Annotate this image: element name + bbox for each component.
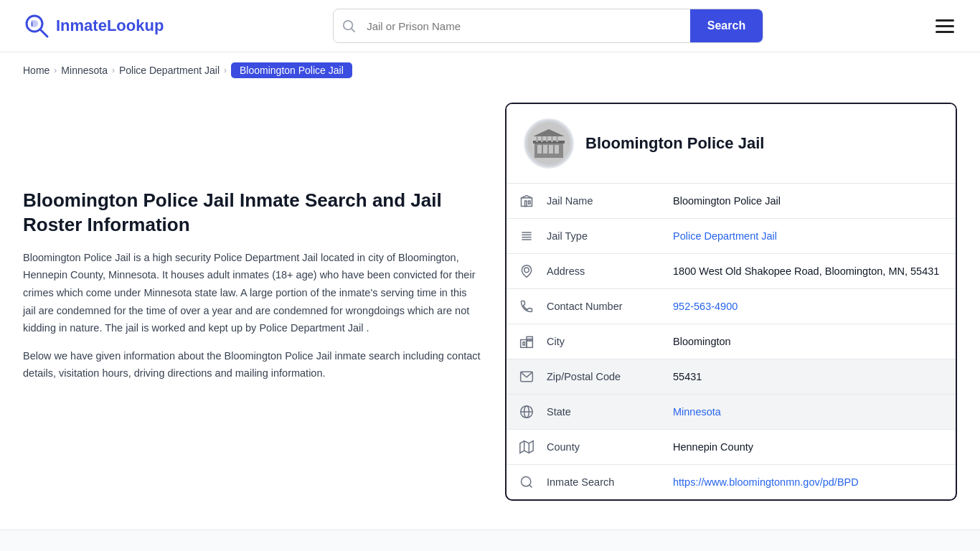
- jail-avatar: [524, 118, 574, 169]
- svg-marker-36: [520, 441, 533, 453]
- info-row-2: Address1800 West Old Shakopee Road, Bloo…: [507, 254, 956, 289]
- info-row-0: Jail NameBloomington Police Jail: [507, 184, 956, 219]
- list-icon: [507, 219, 547, 253]
- logo-icon: i: [23, 12, 50, 39]
- info-row-4: CityBloomington: [507, 324, 956, 359]
- phone-icon: [507, 289, 547, 324]
- info-link-1[interactable]: Police Department Jail: [673, 230, 777, 242]
- svg-rect-11: [549, 145, 553, 154]
- left-column: Bloomington Police Jail Inmate Search an…: [23, 103, 482, 392]
- svg-rect-27: [521, 340, 527, 348]
- page-heading: Bloomington Police Jail Inmate Search an…: [23, 189, 482, 237]
- info-value-5: 55431: [661, 361, 956, 392]
- svg-line-40: [529, 485, 532, 488]
- info-row-6: StateMinnesota: [507, 395, 956, 430]
- info-value-6[interactable]: Minnesota: [661, 396, 956, 428]
- pin-icon: [507, 254, 547, 288]
- info-label-3: Contact Number: [547, 291, 661, 322]
- svg-rect-29: [523, 342, 525, 345]
- info-value-3[interactable]: 952-563-4900: [661, 291, 956, 322]
- building-icon: [507, 184, 547, 218]
- map-icon: [507, 430, 547, 464]
- svg-point-39: [522, 477, 531, 486]
- info-link-8[interactable]: https://www.bloomingtonmn.gov/pd/BPD: [673, 476, 859, 488]
- info-row-1: Jail TypePolice Department Jail: [507, 219, 956, 254]
- svg-rect-28: [527, 336, 532, 347]
- svg-rect-15: [546, 136, 548, 142]
- search-button[interactable]: Search: [690, 9, 763, 42]
- search-input[interactable]: [364, 11, 690, 41]
- breadcrumb-chevron-2: ›: [112, 65, 115, 75]
- search-icon: [507, 465, 547, 499]
- info-label-2: Address: [547, 255, 661, 287]
- hamburger-menu[interactable]: [933, 17, 957, 36]
- svg-rect-16: [551, 136, 553, 142]
- globe-icon: [507, 395, 547, 429]
- svg-rect-9: [537, 145, 542, 154]
- header: i InmateLookup Search: [0, 0, 980, 52]
- logo[interactable]: i InmateLookup: [23, 12, 164, 39]
- info-link-6[interactable]: Minnesota: [673, 406, 721, 418]
- description-para-2: Below we have given information about th…: [23, 347, 482, 382]
- info-label-5: Zip/Postal Code: [547, 361, 661, 392]
- info-label-8: Inmate Search: [547, 466, 661, 498]
- search-bar: Search: [333, 9, 763, 43]
- svg-rect-14: [541, 136, 543, 142]
- info-value-8[interactable]: https://www.bloomingtonmn.gov/pd/BPD: [661, 466, 956, 498]
- breadcrumb-chevron-1: ›: [54, 65, 57, 75]
- info-row-7: CountyHennepin County: [507, 430, 956, 465]
- svg-rect-30: [528, 339, 530, 342]
- svg-rect-17: [556, 136, 558, 142]
- breadcrumb-current: Bloomington Police Jail: [231, 62, 352, 78]
- info-link-3[interactable]: 952-563-4900: [673, 301, 738, 312]
- info-label-0: Jail Name: [547, 185, 661, 217]
- breadcrumb-police-dept[interactable]: Police Department Jail: [119, 65, 220, 76]
- info-value-2: 1800 West Old Shakopee Road, Bloomington…: [661, 255, 956, 287]
- breadcrumb-minnesota[interactable]: Minnesota: [61, 65, 108, 76]
- info-row-3: Contact Number952-563-4900: [507, 289, 956, 324]
- svg-line-1: [40, 29, 47, 37]
- svg-rect-12: [555, 145, 559, 154]
- card-title: Bloomington Police Jail: [585, 134, 764, 153]
- info-label-4: City: [547, 326, 661, 357]
- svg-text:i: i: [31, 19, 33, 28]
- info-label-1: Jail Type: [547, 220, 661, 252]
- svg-rect-21: [529, 201, 531, 204]
- svg-rect-10: [543, 145, 547, 154]
- info-row-5: Zip/Postal Code55431: [507, 359, 956, 395]
- info-label-7: County: [547, 431, 661, 463]
- svg-rect-20: [525, 201, 527, 207]
- main-content: Bloomington Police Jail Inmate Search an…: [0, 88, 980, 529]
- svg-point-26: [524, 268, 529, 273]
- breadcrumb-home[interactable]: Home: [23, 65, 50, 76]
- breadcrumb-chevron-3: ›: [224, 65, 227, 75]
- info-label-6: State: [547, 396, 661, 428]
- svg-line-5: [352, 29, 354, 32]
- info-value-7: Hennepin County: [661, 431, 956, 463]
- card-header: Bloomington Police Jail: [507, 104, 956, 184]
- info-value-0: Bloomington Police Jail: [661, 185, 956, 217]
- svg-rect-13: [536, 136, 538, 142]
- footer-bar: [0, 529, 980, 551]
- info-row-8: Inmate Searchhttps://www.bloomingtonmn.g…: [507, 465, 956, 499]
- mail-icon: [507, 359, 547, 394]
- city-icon: [507, 324, 547, 359]
- breadcrumb: Home › Minnesota › Police Department Jai…: [0, 52, 980, 88]
- info-value-4: Bloomington: [661, 326, 956, 357]
- description-para-1: Bloomington Police Jail is a high securi…: [23, 249, 482, 337]
- logo-text: InmateLookup: [56, 17, 164, 35]
- svg-rect-31: [530, 339, 532, 342]
- info-value-1[interactable]: Police Department Jail: [661, 220, 956, 252]
- jail-card: Bloomington Police Jail Jail NameBloomin…: [505, 103, 957, 501]
- search-bar-icon: [334, 19, 364, 32]
- info-rows: Jail NameBloomington Police JailJail Typ…: [507, 184, 956, 499]
